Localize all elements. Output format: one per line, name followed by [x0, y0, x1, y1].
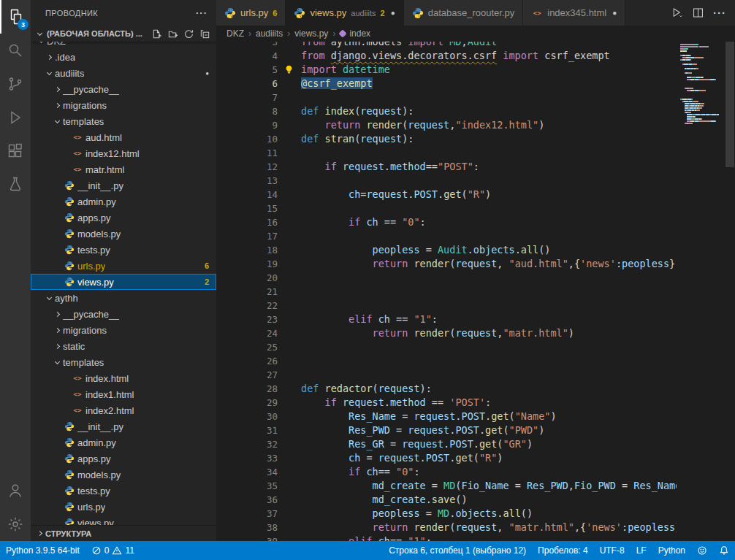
notifications-bell-icon[interactable]	[713, 541, 735, 560]
tree-item-urls.py[interactable]: urls.py6	[31, 258, 216, 274]
problems-status[interactable]: 0 11	[85, 541, 140, 560]
tree-item-apps.py[interactable]: apps.py	[31, 210, 216, 226]
dirty-indicator-icon[interactable]: ●	[612, 9, 617, 17]
tab-index345.html[interactable]: <>index345.html●	[523, 0, 625, 26]
code-line-31[interactable]: 31 Res_PWD = request.POST.get("PWD")	[216, 423, 735, 437]
encoding-status[interactable]: UTF-8	[594, 541, 631, 560]
tree-item-index1.html[interactable]: <>index1.html	[31, 386, 216, 402]
tree-item-tests.py[interactable]: tests.py	[31, 242, 216, 258]
code-line-10[interactable]: 10def stran(request):	[216, 132, 735, 146]
code-line-24[interactable]: 24 return render(request,"matr.html")	[216, 326, 735, 340]
breadcrumb-item-views.py[interactable]: views.py	[294, 28, 328, 39]
code-line-4[interactable]: 4from django.views.decorators.csrf impor…	[216, 49, 735, 63]
tree-item-admin.py[interactable]: admin.py	[31, 193, 216, 210]
account-icon[interactable]	[0, 474, 31, 507]
code-line-9[interactable]: 9 return render(request,"index12.html")	[216, 118, 735, 132]
sidebar-more-actions-icon[interactable]: ···	[196, 7, 207, 18]
tab-database_roouter.py[interactable]: database_roouter.py	[404, 0, 524, 26]
tree-item-audiiits[interactable]: audiiits●	[31, 65, 216, 81]
code-line-27[interactable]: 27	[216, 368, 735, 382]
tree-item-index.html[interactable]: <>index.html	[31, 370, 216, 386]
tree-item-__init__.py[interactable]: __init__.py	[31, 177, 216, 193]
code-line-28[interactable]: 28def redactor(request):	[216, 382, 735, 396]
tree-item-migrations[interactable]: migrations	[31, 322, 216, 338]
code-line-29[interactable]: 29 if request.method == 'POST':	[216, 396, 735, 410]
tree-item-models.py[interactable]: models.py	[31, 226, 216, 242]
testing-icon[interactable]	[0, 168, 31, 202]
code-line-8[interactable]: 8def index(request):	[216, 104, 735, 118]
code-line-25[interactable]: 25	[216, 340, 735, 354]
code-line-12[interactable]: 12 if request.method=="POST":	[216, 160, 735, 174]
indentation-status[interactable]: Пробелов: 4	[532, 541, 594, 560]
code-line-14[interactable]: 14 ch=request.POST.get("R")	[216, 188, 735, 202]
code-line-11[interactable]: 11	[216, 146, 735, 160]
tree-item-__pycache__[interactable]: __pycache__	[31, 306, 216, 322]
workspace-section-header[interactable]: (РАБОЧАЯ ОБЛАСТЬ) ...	[31, 26, 216, 42]
refresh-icon[interactable]	[183, 28, 194, 39]
minimap[interactable]	[677, 42, 725, 541]
code-line-20[interactable]: 20	[216, 271, 735, 285]
tree-item-__pycache__[interactable]: __pycache__	[31, 81, 216, 97]
tree-item-urls.py[interactable]: urls.py	[31, 499, 216, 515]
feedback-smiley-icon[interactable]	[691, 541, 713, 560]
code-line-5[interactable]: 5import datetime	[216, 63, 735, 77]
breadcrumb-item-audiiits[interactable]: audiiits	[256, 28, 283, 39]
tree-item-static[interactable]: static	[31, 338, 216, 354]
tree-item-aud.html[interactable]: <>aud.html	[31, 129, 216, 145]
breadcrumb-item-index[interactable]: index	[340, 28, 370, 39]
code-line-6[interactable]: 6@csrf_exempt	[216, 77, 735, 91]
tab-urls.py[interactable]: urls.py6	[216, 0, 286, 26]
code-line-37[interactable]: 37 peopless = MD.objects.all()	[216, 507, 735, 521]
tab-views.py[interactable]: views.pyaudiiits2●	[286, 0, 403, 26]
code-line-21[interactable]: 21	[216, 285, 735, 299]
run-debug-icon[interactable]	[0, 101, 31, 134]
code-line-38[interactable]: 38 return render(request, "matr.html",{'…	[216, 521, 735, 534]
code-line-26[interactable]: 26	[216, 354, 735, 368]
collapse-all-icon[interactable]	[199, 28, 210, 39]
code-line-32[interactable]: 32 Res_GR = request.POST.get("GR")	[216, 437, 735, 451]
source-control-icon[interactable]	[0, 67, 31, 101]
code-line-33[interactable]: 33 ch = request.POST.get("R")	[216, 451, 735, 465]
code-line-22[interactable]: 22	[216, 299, 735, 312]
new-folder-icon[interactable]	[167, 28, 178, 39]
explorer-icon[interactable]: 3	[0, 0, 31, 34]
tree-item-views.py[interactable]: views.py2	[31, 274, 216, 290]
code-line-13[interactable]: 13	[216, 174, 735, 188]
code-line-23[interactable]: 23 elif ch == "1":	[216, 312, 735, 326]
code-line-39[interactable]: 39 elif ch== "1":	[216, 534, 735, 541]
split-editor-button[interactable]	[692, 7, 704, 19]
breadcrumb-item-DKZ[interactable]: DKZ	[226, 28, 244, 39]
language-mode-status[interactable]: Python	[652, 541, 691, 560]
code-line-30[interactable]: 30 Res_Name = request.POST.get("Name")	[216, 410, 735, 423]
code-editor[interactable]: 3from aythh.models import MD,Audit4from …	[216, 35, 735, 541]
code-line-34[interactable]: 34 if ch== "0":	[216, 465, 735, 479]
lightbulb-icon[interactable]	[283, 64, 294, 75]
tree-item-index2.html[interactable]: <>index2.html	[31, 402, 216, 418]
tree-item-__init__.py[interactable]: __init__.py	[31, 418, 216, 434]
code-line-17[interactable]: 17	[216, 229, 735, 243]
scrollbar-slider[interactable]	[726, 42, 734, 167]
code-line-15[interactable]: 15	[216, 202, 735, 215]
extensions-icon[interactable]	[0, 134, 31, 168]
editor-more-actions-button[interactable]: ···	[713, 7, 726, 19]
dirty-indicator-icon[interactable]: ●	[391, 9, 395, 17]
code-line-35[interactable]: 35 md_create = MD(Fio_Name = Res_PWD,Fio…	[216, 479, 735, 493]
eol-status[interactable]: LF	[631, 541, 652, 560]
tree-item-templates[interactable]: templates	[31, 354, 216, 370]
tree-item-views.py[interactable]: views.py	[31, 515, 216, 525]
code-line-18[interactable]: 18 peopless = Audit.objects.all()	[216, 243, 735, 257]
tree-item-aythh[interactable]: aythh	[31, 290, 216, 306]
cursor-position-status[interactable]: Строка 6, столбец 1 (выбрано 12)	[383, 541, 532, 560]
tree-item-.idea[interactable]: .idea	[31, 49, 216, 65]
tree-item-admin.py[interactable]: admin.py	[31, 434, 216, 450]
code-line-16[interactable]: 16 if ch == "0":	[216, 215, 735, 229]
vertical-scrollbar[interactable]	[725, 42, 735, 541]
run-python-file-button[interactable]	[671, 7, 683, 19]
new-file-icon[interactable]	[151, 28, 162, 39]
tree-item-apps.py[interactable]: apps.py	[31, 450, 216, 467]
tree-item-models.py[interactable]: models.py	[31, 467, 216, 483]
tree-item-templates[interactable]: templates	[31, 113, 216, 129]
python-interpreter-status[interactable]: Python 3.9.5 64-bit	[0, 541, 85, 560]
tree-item-tests.py[interactable]: tests.py	[31, 483, 216, 499]
outline-section-header[interactable]: СТРУКТУРА	[31, 525, 216, 541]
